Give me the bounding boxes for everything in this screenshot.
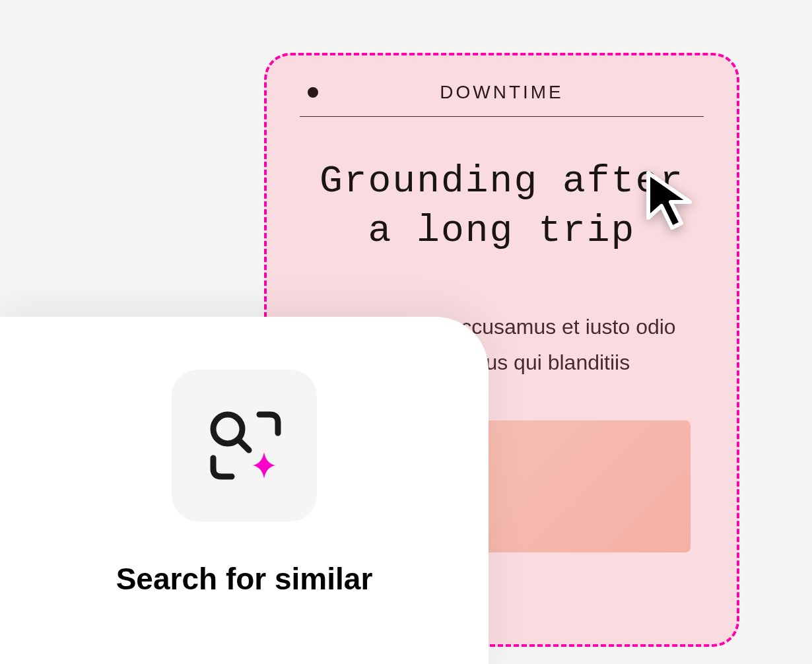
search-similar-button[interactable] [172,370,317,521]
cursor-pointer-icon [640,165,713,240]
card-category-label: DOWNTIME [300,82,704,103]
status-dot-icon [308,87,318,98]
svg-line-1 [238,440,249,450]
action-overlay-panel: Search for similar [0,317,489,664]
card-header: DOWNTIME [300,82,704,117]
search-similar-label: Search for similar [116,561,373,597]
search-similar-icon [201,403,287,488]
